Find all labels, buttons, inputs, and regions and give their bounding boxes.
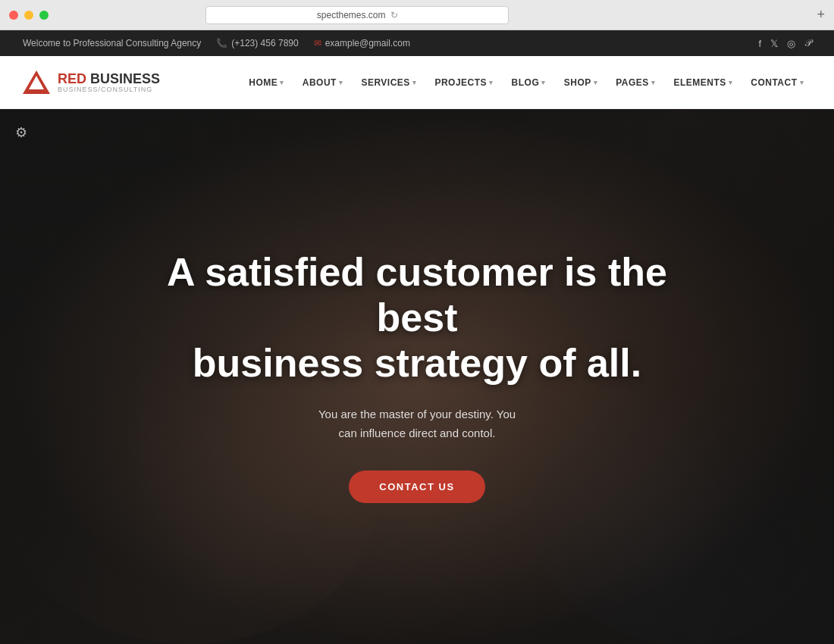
- chevron-down-icon: ▾: [280, 79, 284, 86]
- email-icon: ✉: [314, 38, 321, 48]
- nav-item-elements[interactable]: ELEMENTS ▾: [666, 71, 740, 94]
- nav-label-projects: PROJECTS: [434, 77, 487, 88]
- logo[interactable]: RED BUSINESS BUSINESS/CONSULTING: [23, 70, 160, 94]
- address-bar[interactable]: specthemes.com ↻: [205, 6, 509, 24]
- hero-subtext: You are the master of your destiny. You …: [167, 405, 667, 443]
- nav-label-blog: BLOG: [512, 77, 540, 88]
- chevron-down-icon: ▾: [489, 79, 494, 86]
- logo-title: RED BUSINESS: [58, 72, 160, 86]
- browser-dot-minimize[interactable]: [24, 11, 33, 20]
- phone-icon: 📞: [216, 38, 227, 48]
- hero-subtext-line2: can influence direct and contol.: [339, 427, 496, 439]
- chevron-down-icon: ▾: [651, 79, 656, 86]
- facebook-icon[interactable]: f: [758, 38, 761, 49]
- phone-number: (+123) 456 7890: [231, 38, 298, 48]
- instagram-icon[interactable]: ◎: [787, 38, 795, 49]
- chevron-down-icon: ▾: [339, 79, 343, 86]
- chevron-down-icon: ▾: [541, 79, 546, 86]
- nav-item-services[interactable]: SERVICES ▾: [353, 71, 424, 94]
- chevron-down-icon: ▾: [412, 79, 417, 86]
- email-address: example@gmail.com: [325, 38, 410, 48]
- hero-headline-line1: A satisfied customer is the best: [167, 250, 667, 339]
- browser-chrome: specthemes.com ↻ +: [0, 0, 834, 30]
- nav-item-projects[interactable]: PROJECTS ▾: [427, 71, 500, 94]
- logo-name-dark: BUSINESS: [86, 71, 160, 86]
- contact-us-button[interactable]: CONTACT US: [349, 470, 484, 503]
- url-text: specthemes.com: [317, 10, 386, 20]
- nav-item-pages[interactable]: PAGES ▾: [608, 71, 663, 94]
- top-bar-social: f 𝕏 ◎ 𝒫: [758, 37, 811, 49]
- nav-item-blog[interactable]: BLOG ▾: [504, 71, 553, 94]
- hero-headline-line2: business strategy of all.: [193, 341, 641, 385]
- nav-label-shop: SHOP: [564, 77, 591, 88]
- chevron-down-icon: ▾: [729, 79, 733, 86]
- nav-item-about[interactable]: ABOUT ▾: [295, 71, 351, 94]
- pinterest-icon[interactable]: 𝒫: [804, 37, 811, 49]
- nav-item-shop[interactable]: SHOP ▾: [557, 71, 606, 94]
- hero-subtext-line1: You are the master of your destiny. You: [318, 408, 516, 420]
- new-tab-button[interactable]: +: [817, 7, 825, 23]
- top-bar-welcome: Welcome to Professional Consulting Agenc…: [23, 38, 201, 48]
- browser-dot-maximize[interactable]: [39, 11, 49, 20]
- settings-icon[interactable]: ⚙: [15, 124, 27, 141]
- logo-tagline: BUSINESS/CONSULTING: [58, 86, 160, 93]
- nav-bar: RED BUSINESS BUSINESS/CONSULTING HOME ▾ …: [0, 56, 834, 109]
- top-bar-email: ✉ example@gmail.com: [314, 38, 410, 48]
- logo-triangle-icon: [23, 70, 50, 94]
- chevron-down-icon: ▾: [594, 79, 598, 86]
- nav-item-home[interactable]: HOME ▾: [241, 71, 292, 94]
- nav-label-about: ABOUT: [303, 77, 337, 88]
- hero-headline: A satisfied customer is the best busines…: [167, 250, 667, 386]
- top-bar: Welcome to Professional Consulting Agenc…: [0, 30, 834, 56]
- hero-content: A satisfied customer is the best busines…: [152, 250, 682, 502]
- hero-section: ⚙ A satisfied customer is the best busin…: [0, 109, 834, 644]
- twitter-icon[interactable]: 𝕏: [770, 38, 778, 49]
- top-bar-left: Welcome to Professional Consulting Agenc…: [23, 38, 410, 48]
- nav-label-services: SERVICES: [361, 77, 409, 88]
- nav-label-elements: ELEMENTS: [673, 77, 726, 88]
- nav-label-contact: CONTACT: [751, 77, 797, 88]
- refresh-icon: ↻: [390, 10, 398, 20]
- logo-name-red: RED: [58, 71, 86, 86]
- chevron-down-icon: ▾: [800, 79, 804, 86]
- nav-menu: HOME ▾ ABOUT ▾ SERVICES ▾ PROJECTS ▾ BLO…: [241, 71, 811, 94]
- browser-dot-close[interactable]: [9, 11, 18, 20]
- nav-item-contact[interactable]: CONTACT ▾: [743, 71, 811, 94]
- logo-text: RED BUSINESS BUSINESS/CONSULTING: [58, 72, 160, 93]
- top-bar-phone: 📞 (+123) 456 7890: [216, 38, 298, 48]
- nav-label-home: HOME: [249, 77, 277, 88]
- nav-label-pages: PAGES: [616, 77, 649, 88]
